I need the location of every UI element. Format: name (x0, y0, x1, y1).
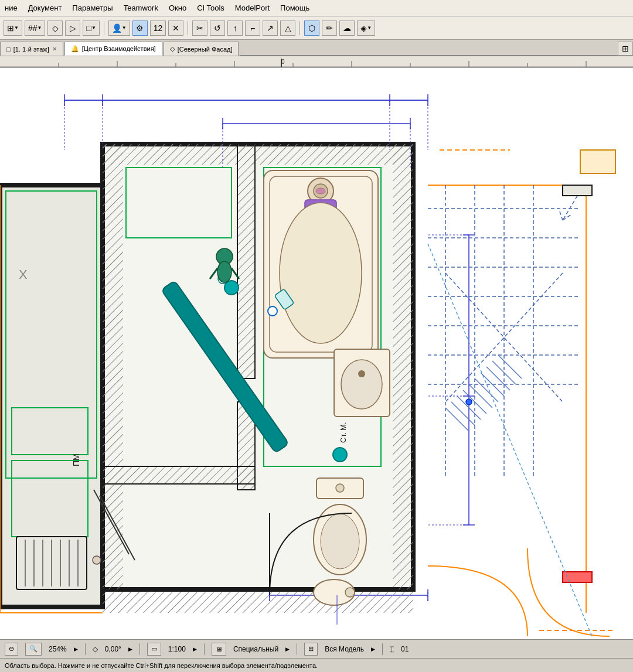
svg-point-98 (345, 588, 355, 597)
zoom-percent: 254% (49, 645, 67, 653)
tab-center-label: [Центр Взаимодействия] (82, 45, 156, 52)
svg-rect-39 (103, 592, 413, 613)
svg-point-96 (321, 514, 359, 569)
scale-arrow[interactable]: ▶ (193, 646, 197, 652)
toolbar-btn-triangle[interactable]: △ (280, 21, 295, 36)
menu-nie[interactable]: ние (5, 4, 18, 12)
status-sep-2 (139, 643, 140, 655)
menu-modelport[interactable]: ModelPort (235, 4, 270, 12)
canvas-area[interactable]: 300 3 620 300 1 750 2 267 1 546 846 720 (0, 68, 633, 639)
menu-teamwork[interactable]: Teamwork (124, 4, 158, 12)
svg-point-88 (280, 203, 362, 343)
svg-point-101 (224, 281, 239, 295)
toolbar-btn-select[interactable]: ▷ (65, 21, 80, 36)
toolbar-btn-coordinate[interactable]: ⊞▼ (4, 21, 22, 36)
toolbar-btn-cross[interactable]: ✕ (168, 21, 183, 36)
toolbar-btn-diamond2[interactable]: ◈▼ (357, 21, 375, 36)
tab-bar: □ [1. 1-й этаж] ✕ 🔔 [Центр Взаимодействи… (0, 40, 633, 56)
tab-center-icon: 🔔 (71, 45, 79, 53)
status-bar: ⊖ 🔍 254% ▶ ◇ 0,00° ▶ ▭ 1:100 ▶ 🖥 Специал… (0, 639, 633, 658)
tab-facade-label: [Северный Фасад] (178, 46, 233, 53)
toolbar-btn-diagonal[interactable]: ↗ (263, 21, 278, 36)
status-sep-5 (382, 643, 383, 655)
svg-rect-44 (103, 466, 255, 484)
view-mode-btn[interactable]: 🖥 (212, 643, 226, 656)
toolbar-btn-pencil[interactable]: ✏ (322, 21, 337, 36)
svg-point-104 (268, 306, 277, 316)
tab-center[interactable]: 🔔 [Центр Взаимодействия] (64, 42, 162, 56)
tab-floor-icon: □ (6, 46, 11, 53)
tab-grid-btn[interactable]: ⊞ (618, 42, 633, 56)
svg-point-138 (466, 399, 472, 405)
toolbar-sep-3 (300, 21, 300, 35)
svg-text:ПМ: ПМ (72, 453, 81, 466)
hint-text: Область выбора. Нажмите и не отпускайте … (5, 662, 318, 669)
menu-citools[interactable]: CI Tools (197, 4, 224, 12)
zoom-fit-btn[interactable]: 🔍 (25, 643, 42, 656)
svg-point-86 (316, 188, 325, 194)
svg-point-91 (358, 370, 365, 377)
toolbar-btn-active[interactable]: ⚙ (132, 21, 148, 36)
tab-facade[interactable]: ◇ [Северный Фасад] (164, 42, 239, 56)
rotation-arrow[interactable]: ▶ (128, 646, 132, 652)
svg-rect-41 (393, 144, 413, 589)
svg-rect-42 (237, 144, 255, 378)
svg-rect-122 (563, 185, 592, 196)
tab-spacer (240, 55, 618, 56)
toolbar-btn-rotate[interactable]: ↺ (210, 21, 225, 36)
view-btn[interactable]: ▭ (147, 643, 161, 656)
toolbar-sep-2 (188, 21, 188, 35)
toolbar-btn-rectangle[interactable]: □▼ (83, 21, 99, 36)
svg-point-120 (93, 556, 101, 564)
toolbar-btn-scissors[interactable]: ✂ (192, 21, 207, 36)
toolbar-btn-hex[interactable]: ⬡ (304, 21, 319, 36)
status-sep-1 (85, 643, 86, 655)
zoom-arrow[interactable]: ▶ (74, 646, 78, 652)
model-arrow[interactable]: ▶ (371, 646, 375, 652)
status-sep-4 (297, 643, 297, 655)
view-mode-arrow[interactable]: ▶ (285, 646, 290, 652)
tab-floor-close[interactable]: ✕ (52, 46, 57, 52)
rotation-icon: ◇ (93, 645, 98, 653)
svg-point-90 (341, 360, 382, 409)
floorplan-svg: Ст. М. (0, 68, 633, 639)
toolbar-btn-grid[interactable]: ##▼ (25, 21, 46, 36)
svg-text:X: X (19, 267, 28, 282)
toolbar-btn-corner[interactable]: ⌐ (245, 21, 260, 36)
toolbar-btn-diamond[interactable]: ◇ (47, 21, 63, 36)
menu-bar: ние Документ Параметры Teamwork Окно CI … (0, 0, 633, 16)
status-value: 01 (401, 645, 409, 653)
svg-rect-40 (103, 144, 123, 589)
menu-window[interactable]: Окно (169, 4, 186, 12)
tab-facade-icon: ◇ (170, 45, 175, 53)
ruler: 0 (0, 56, 633, 68)
svg-rect-38 (103, 144, 413, 165)
view-mode-label: Специальный (233, 645, 278, 653)
toolbar-btn-cloud[interactable]: ☁ (339, 21, 355, 36)
svg-point-107 (217, 261, 232, 282)
toolbar-btn-user[interactable]: 👤▼ (108, 21, 130, 36)
toolbar-btn-12[interactable]: 12 (150, 21, 166, 36)
tab-floor[interactable]: □ [1. 1-й этаж] ✕ (0, 42, 63, 56)
rotation-value: 0,00° (105, 645, 121, 653)
menu-params[interactable]: Параметры (72, 4, 113, 12)
model-label: Вся Модель (325, 645, 364, 653)
svg-point-94 (336, 484, 344, 492)
scale-value: 1:100 (168, 645, 186, 653)
svg-point-103 (333, 448, 347, 462)
model-btn[interactable]: ⊞ (304, 643, 318, 656)
menu-document[interactable]: Документ (28, 4, 62, 12)
toolbar-btn-up[interactable]: ↑ (227, 21, 243, 36)
zoom-out-btn[interactable]: ⊖ (5, 643, 18, 656)
svg-rect-124 (580, 150, 615, 173)
svg-text:Ст. М.: Ст. М. (339, 422, 348, 443)
hint-bar: Область выбора. Нажмите и не отпускайте … (0, 658, 633, 672)
tab-floor-label: [1. 1-й этаж] (13, 46, 49, 53)
toolbar: ⊞▼ ##▼ ◇ ▷ □▼ 👤▼ ⚙ 12 ✕ ✂ ↺ ↑ ⌐ ↗ △ ⬡ ✏ … (0, 16, 633, 40)
toolbar-sep-1 (104, 21, 104, 35)
status-sep-3 (204, 643, 205, 655)
menu-help[interactable]: Помощь (280, 4, 309, 12)
status-icon: ⌶ (390, 645, 394, 653)
